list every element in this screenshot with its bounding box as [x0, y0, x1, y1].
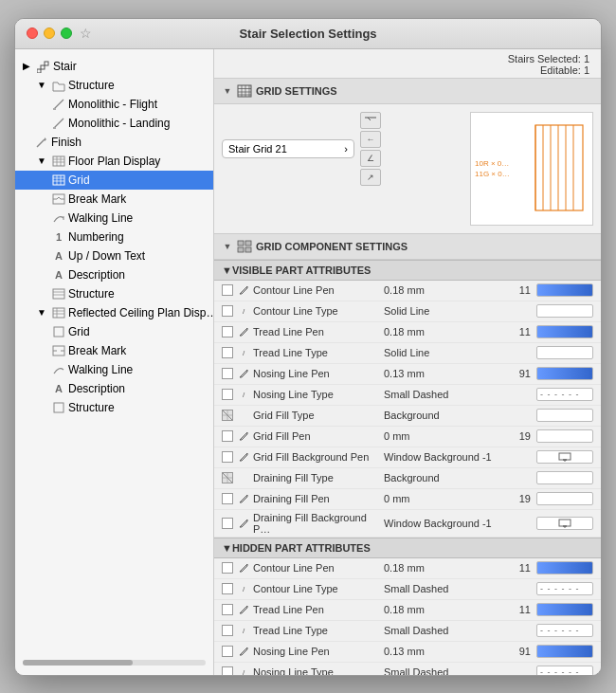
minimize-button[interactable] [44, 27, 55, 39]
tool-btn-1[interactable] [360, 112, 381, 129]
gridfill-bg-swatch[interactable] [536, 450, 593, 464]
tread-pen-swatch[interactable] [536, 325, 593, 338]
pen-icon-3 [236, 367, 251, 380]
hcb-nosing-type[interactable] [222, 666, 233, 675]
drain-type-name: Draining Fill Type [251, 472, 384, 483]
checkbox-drain-bg[interactable] [222, 518, 233, 529]
collapse-hidden-icon[interactable]: ▼ [222, 542, 232, 554]
tree-item-updown[interactable]: A Up / Down Text [15, 246, 213, 265]
attr-row-tread-type[interactable]: / Tread Line Type Solid Line [214, 343, 601, 364]
attr-row-drain-bg[interactable]: Draining Fill Background P… Window Backg… [214, 510, 601, 538]
attr-row-gridfill-bg[interactable]: Grid Fill Background Pen Window Backgrou… [214, 447, 601, 468]
tool-btn-3[interactable]: ∠ [360, 150, 381, 167]
tree-item-stair[interactable]: ▶ Stair [15, 57, 213, 76]
hcontour-type-swatch[interactable]: - - - - - - [536, 582, 593, 595]
hidden-tread-type[interactable]: / Tread Line Type Small Dashed - - - - -… [214, 621, 601, 642]
checkbox-nosing-type[interactable] [222, 389, 233, 400]
tree-item-description2[interactable]: A Description [15, 379, 213, 398]
checkbox-drain-pen[interactable] [222, 493, 233, 504]
hidden-nosing-type[interactable]: / Nosing Line Type Small Dashed - - - - … [214, 663, 601, 675]
gridfill-pen-num: 19 [502, 430, 531, 442]
htread-pen-swatch[interactable] [536, 603, 593, 616]
attr-row-tread-pen[interactable]: Tread Line Pen 0.18 mm 11 [214, 322, 601, 343]
walkline-icon [51, 210, 66, 226]
tree-item-structure2[interactable]: Structure [15, 284, 213, 303]
tree-item-numbering[interactable]: 1 Numbering [15, 228, 213, 246]
hnosing-type-swatch[interactable]: - - - - - - [536, 666, 593, 675]
htread-type-swatch[interactable]: - - - - - - [536, 624, 593, 637]
hcontour-type-value: Small Dashed [384, 583, 502, 594]
window-title: Stair Selection Settings [239, 27, 376, 41]
tread-type-swatch[interactable] [536, 346, 593, 359]
checkbox-tread-type[interactable] [222, 347, 233, 358]
collapse-component-icon[interactable]: ▼ [222, 241, 233, 252]
attr-row-nosing-pen[interactable]: Nosing Line Pen 0.13 mm 91 [214, 364, 601, 385]
hidden-contour-pen[interactable]: Contour Line Pen 0.18 mm 11 [214, 558, 601, 579]
attr-row-drain-type[interactable]: Draining Fill Type Background [214, 468, 601, 489]
hidden-tread-pen[interactable]: Tread Line Pen 0.18 mm 11 [214, 600, 601, 621]
gridfill-bg-name: Grid Fill Background Pen [251, 451, 384, 463]
checkbox-contour-type[interactable] [222, 305, 233, 317]
gridfill-pen-swatch[interactable] [536, 429, 593, 443]
hidden-contour-type[interactable]: / Contour Line Type Small Dashed - - - -… [214, 579, 601, 600]
tree-item-mono-flight[interactable]: Monolithic - Flight [15, 95, 213, 114]
contour-type-swatch[interactable] [536, 304, 593, 318]
collapse-visible-icon[interactable]: ▼ [222, 264, 232, 276]
grid-dropdown[interactable]: Stair Grid 21 › [222, 139, 354, 158]
contour-pen-swatch[interactable] [536, 283, 593, 297]
tree-item-breakmark[interactable]: Break Mark [15, 190, 213, 209]
tree-item-grid2[interactable]: Grid [15, 322, 213, 341]
tree-item-reflected[interactable]: ▼ Reflected Ceiling Plan Disp… [15, 303, 213, 322]
tree-panel: ▶ Stair ▼ Structure Monolithic - Flig [15, 49, 214, 675]
checkbox-gridfill-pen[interactable] [222, 430, 233, 442]
checkbox-tread-pen[interactable] [222, 326, 233, 337]
tree-item-mono-landing[interactable]: Monolithic - Landing [15, 114, 213, 133]
hnosing-pen-value: 0.13 mm [384, 646, 502, 657]
drain-pen-value: 0 mm [384, 493, 502, 504]
gridfill-type-swatch[interactable] [536, 409, 593, 422]
attr-row-nosing-type[interactable]: / Nosing Line Type Small Dashed - - - - … [214, 385, 601, 406]
tree-item-walkline[interactable]: Walking Line [15, 209, 213, 228]
triangle-down-icon: ▼ [34, 78, 49, 93]
tree-item-description[interactable]: A Description [15, 265, 213, 284]
hcontour-pen-swatch[interactable] [536, 561, 593, 574]
tree-item-grid[interactable]: Grid [15, 171, 213, 190]
tree-item-finish[interactable]: Finish [15, 133, 213, 152]
tree-item-structure3[interactable]: Structure [15, 398, 213, 417]
tool-btn-4[interactable]: ↗ [360, 169, 381, 186]
struct3-icon [51, 400, 66, 415]
close-button[interactable] [27, 27, 38, 39]
maximize-button[interactable] [61, 27, 72, 39]
checkbox-gridfill[interactable] [222, 410, 233, 421]
attr-row-gridfill-type[interactable]: Grid Fill Type Background [214, 406, 601, 427]
attr-row-contour-type[interactable]: / Contour Line Type Solid Line [214, 301, 601, 322]
checkbox-gridfill-bg[interactable] [222, 451, 233, 463]
tree-item-floorplan[interactable]: ▼ Floor Plan Display [15, 152, 213, 171]
checkbox-drain-type[interactable] [222, 472, 233, 483]
hcb-tread-type[interactable] [222, 625, 233, 636]
attr-row-drain-pen[interactable]: Draining Fill Pen 0 mm 19 [214, 489, 601, 510]
hcb-contour-pen[interactable] [222, 562, 233, 574]
nosing-type-swatch[interactable]: - - - - - - [536, 388, 593, 401]
hidden-nosing-pen[interactable]: Nosing Line Pen 0.13 mm 91 [214, 642, 601, 663]
tree-item-structure[interactable]: ▼ Structure [15, 76, 213, 95]
attr-row-contour-pen[interactable]: Contour Line Pen 0.18 mm 11 [214, 281, 601, 301]
hnosing-pen-swatch[interactable] [536, 645, 593, 658]
floorplan-icon [51, 154, 66, 169]
hcb-contour-type[interactable] [222, 583, 233, 594]
nosing-pen-swatch[interactable] [536, 367, 593, 380]
hcb-nosing-pen[interactable] [222, 646, 233, 657]
tree-scrollbar[interactable] [23, 660, 206, 666]
tree-item-breakmark2[interactable]: Break Mark [15, 341, 213, 360]
drain-bg-swatch[interactable] [536, 517, 593, 530]
tool-btn-2[interactable]: ← [360, 131, 381, 148]
drain-type-swatch[interactable] [536, 471, 593, 484]
attr-row-gridfill-pen[interactable]: Grid Fill Pen 0 mm 19 [214, 427, 601, 447]
tree-item-walkline2[interactable]: Walking Line [15, 360, 213, 379]
hcb-tread-pen[interactable] [222, 604, 233, 615]
checkbox-nosing-pen[interactable] [222, 368, 233, 379]
checkbox-contour-pen[interactable] [222, 284, 233, 296]
drain-pen-swatch[interactable] [536, 492, 593, 505]
bookmark-icon[interactable]: ☆ [80, 26, 92, 41]
collapse-grid-icon[interactable]: ▼ [222, 85, 233, 97]
